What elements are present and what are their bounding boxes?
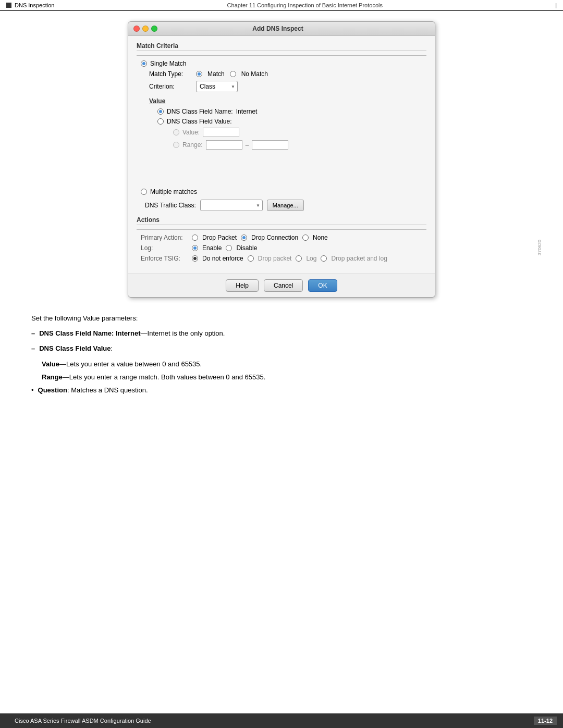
dns-class-field-name-value: Internet	[236, 108, 258, 115]
question-text: Question: Matches a DNS question.	[38, 385, 148, 396]
main-content: Add DNS Inspect Match Criteria Single Ma…	[0, 11, 563, 412]
bullet-item-2: – DNS Class Field Value:	[31, 343, 265, 354]
range-sub-row: Range: –	[157, 140, 426, 150]
log-row: Log: Enable Disable	[141, 244, 426, 252]
body-text: Set the following Value parameters: – DN…	[31, 313, 265, 401]
drop-packet-action-radio[interactable]	[248, 255, 254, 262]
multiple-matches-label: Multiple matches	[150, 188, 197, 195]
match-type-row: Match Type: Match No Match	[141, 70, 426, 78]
enable-radio[interactable]	[192, 245, 198, 251]
actions-content: Primary Action: Drop Packet Drop Connect…	[137, 234, 426, 262]
header-right-separator: |	[555, 2, 557, 8]
match-radio[interactable]	[196, 71, 202, 77]
criterion-value: Class	[200, 83, 215, 90]
enforce-tsig-label: Enforce TSIG:	[141, 255, 188, 262]
help-button[interactable]: Help	[226, 279, 259, 292]
bullet-list: – DNS Class Field Name: Internet—Interne…	[31, 328, 265, 354]
dns-class-field-name-row: DNS Class Field Name: Internet	[157, 108, 426, 115]
multiple-matches-radio[interactable]	[141, 189, 147, 195]
bullet-rest-1: —Internet is the only option.	[141, 329, 225, 337]
no-match-option-label: No Match	[241, 70, 268, 78]
footer-icon	[6, 718, 11, 723]
value-section: Value DNS Class Field Name: Internet	[141, 97, 426, 150]
match-type-label: Match Type:	[149, 70, 191, 78]
question-bullet-dot: •	[31, 385, 34, 396]
bullet-bold-2: DNS Class Field Value	[39, 344, 111, 352]
range-to-input[interactable]	[252, 140, 288, 150]
dns-class-field-name-radio[interactable]	[157, 108, 164, 115]
dns-class-field-value-row: DNS Class Field Value:	[157, 118, 426, 125]
sub-range-label: Range	[42, 373, 63, 381]
ok-button[interactable]: OK	[308, 279, 337, 292]
match-criteria-header: Match Criteria	[137, 42, 426, 51]
criterion-row: Criterion: Class	[141, 81, 426, 92]
none-radio[interactable]	[302, 235, 309, 241]
value-sublabel: Value:	[182, 129, 200, 136]
dialog-titlebar: Add DNS Inspect	[128, 22, 435, 36]
range-dash: –	[246, 141, 249, 149]
value-section-label: Value	[149, 97, 426, 105]
no-match-radio[interactable]	[230, 71, 236, 77]
sub-item-value: Value—Lets you enter a value between 0 a…	[42, 359, 265, 370]
drop-connection-label: Drop Connection	[251, 234, 298, 241]
sub-range-text: —Lets you enter a range match. Both valu…	[63, 373, 266, 381]
maximize-button[interactable]	[151, 26, 157, 32]
log-action-label: Log	[306, 255, 316, 262]
range-sub-radio[interactable]	[173, 142, 179, 148]
manage-button[interactable]: Manage...	[267, 200, 304, 211]
question-label: Question	[38, 386, 67, 394]
log-label: Log:	[141, 244, 188, 252]
bullet-bold-1: DNS Class Field Name: Internet	[39, 329, 140, 337]
close-button[interactable]	[133, 26, 140, 32]
sub-value-text: —Lets you enter a value between 0 and 65…	[59, 360, 202, 368]
drop-packet-label: Drop Packet	[202, 234, 237, 241]
value-sub-row: Value:	[157, 128, 426, 137]
range-sublabel: Range:	[182, 141, 203, 149]
primary-action-label: Primary Action:	[141, 234, 188, 241]
value-input[interactable]	[203, 128, 239, 137]
sub-item-range: Range—Lets you enter a range match. Both…	[42, 372, 265, 383]
header-icon	[6, 3, 11, 8]
disable-radio[interactable]	[226, 245, 232, 251]
titlebar-buttons	[133, 26, 157, 32]
bullet-dash-1: –	[31, 328, 35, 339]
enable-label: Enable	[202, 244, 222, 252]
value-sub-radio[interactable]	[173, 129, 179, 135]
dns-class-field-name-label: DNS Class Field Name:	[167, 108, 233, 115]
sub-value-label: Value	[42, 360, 59, 368]
traffic-class-select[interactable]	[200, 200, 263, 211]
match-criteria-content: Single Match Match Type: Match No Match …	[137, 60, 426, 211]
bullet-rest-2: :	[111, 344, 113, 352]
drop-packet-and-log-radio[interactable]	[321, 255, 327, 262]
dialog-wrapper: Add DNS Inspect Match Criteria Single Ma…	[31, 21, 532, 298]
drop-packet-action-label: Drop packet	[258, 255, 292, 262]
range-from-input[interactable]	[206, 140, 242, 150]
dns-class-field-value-radio[interactable]	[157, 118, 164, 125]
footer-page-badge: 11-12	[534, 717, 557, 725]
do-not-enforce-radio[interactable]	[192, 255, 198, 262]
match-option-label: Match	[207, 70, 225, 78]
single-match-radio[interactable]	[141, 60, 147, 67]
header-section-label: DNS Inspection	[15, 2, 54, 8]
minimize-button[interactable]	[142, 26, 149, 32]
bullet-item-1: – DNS Class Field Name: Internet—Interne…	[31, 328, 265, 339]
log-action-radio[interactable]	[296, 255, 302, 262]
primary-action-row: Primary Action: Drop Packet Drop Connect…	[141, 234, 426, 241]
disable-label: Disable	[236, 244, 257, 252]
criterion-select[interactable]: Class	[196, 81, 238, 92]
criterion-label: Criterion:	[149, 83, 191, 90]
drop-packet-radio[interactable]	[192, 235, 198, 241]
dialog-body: Match Criteria Single Match Match Type: …	[128, 36, 435, 274]
cancel-button[interactable]: Cancel	[264, 279, 303, 292]
question-rest: : Matches a DNS question.	[67, 386, 148, 394]
drop-connection-radio[interactable]	[241, 235, 247, 241]
enforce-tsig-row: Enforce TSIG: Do not enforce Drop packet…	[141, 255, 426, 262]
sub-list: Value—Lets you enter a value between 0 a…	[31, 359, 265, 383]
bullet-dash-2: –	[31, 343, 35, 354]
actions-header: Actions	[137, 216, 426, 225]
bullet-text-1: DNS Class Field Name: Internet—Internet …	[39, 328, 225, 339]
bullet-text-2: DNS Class Field Value:	[39, 343, 113, 354]
question-bullet-list: • Question: Matches a DNS question.	[31, 385, 265, 396]
dns-class-field-value-label: DNS Class Field Value:	[167, 118, 232, 125]
traffic-class-label: DNS Traffic Class:	[145, 202, 196, 209]
